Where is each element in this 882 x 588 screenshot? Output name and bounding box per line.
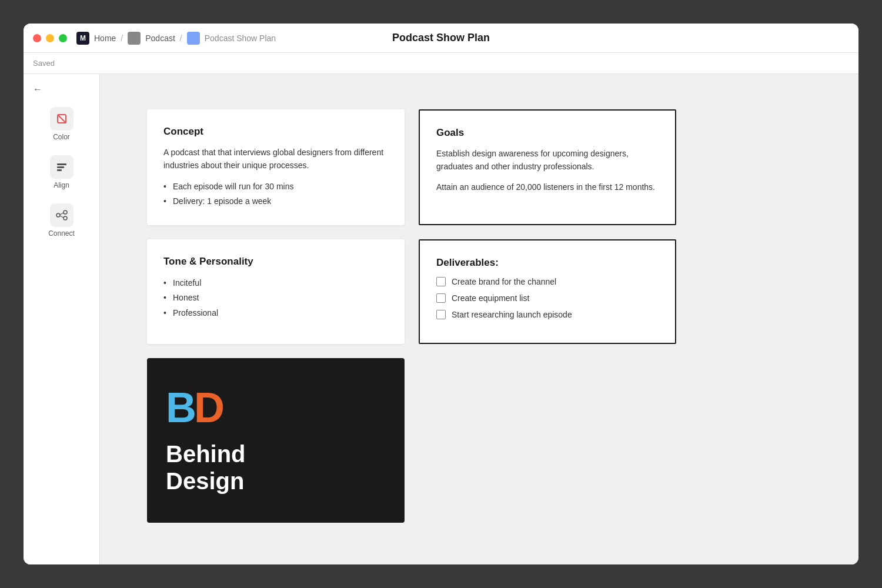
deliverables-card: Deliverables: Create brand for the chann… — [419, 239, 676, 344]
list-item: Professional — [163, 306, 388, 320]
minimize-button[interactable] — [46, 34, 54, 42]
svg-rect-3 — [57, 166, 64, 168]
breadcrumb-sep-2: / — [180, 34, 182, 43]
logo-icon-group: B D — [166, 386, 225, 429]
maximize-button[interactable] — [59, 34, 67, 42]
breadcrumb-sep-1: / — [121, 34, 123, 43]
logo-text: Behind Design — [166, 440, 246, 495]
deliverable-text-3: Start researching launch episode — [452, 310, 572, 319]
connect-label: Connect — [48, 229, 75, 238]
svg-line-1 — [58, 115, 66, 123]
concept-list: Each episode will run for 30 mins Delive… — [163, 179, 388, 209]
svg-point-7 — [64, 211, 67, 214]
deliverable-item-1: Create brand for the channel — [436, 277, 659, 286]
concept-title: Concept — [163, 126, 388, 138]
svg-point-6 — [56, 213, 60, 217]
svg-line-10 — [60, 216, 64, 218]
checkbox-1[interactable] — [436, 277, 446, 286]
sidebar-item-color[interactable]: Color — [24, 100, 99, 148]
align-icon — [50, 155, 74, 179]
sidebar-item-align[interactable]: Align — [24, 148, 99, 196]
close-button[interactable] — [33, 34, 41, 42]
saved-status: Saved — [33, 59, 55, 68]
sidebar: ← Color — [24, 74, 100, 564]
sidebar-item-connect[interactable]: Connect — [24, 196, 99, 245]
align-label: Align — [54, 181, 69, 189]
list-item: Honest — [163, 290, 388, 305]
main-layout: ← Color — [24, 74, 858, 564]
goals-point-2: Attain an audience of 20,000 listeners i… — [436, 181, 659, 193]
deliverables-title: Deliverables: — [436, 257, 659, 269]
tone-list: Inciteful Honest Professional — [163, 276, 388, 320]
deliverable-item-3: Start researching launch episode — [436, 310, 659, 319]
canvas: Concept A podcast that that interviews g… — [100, 74, 858, 564]
cards-grid: Concept A podcast that that interviews g… — [147, 109, 676, 523]
logo-line-2: Design — [166, 467, 246, 495]
concept-card: Concept A podcast that that interviews g… — [147, 109, 405, 225]
back-button[interactable]: ← — [24, 79, 99, 100]
list-item: Inciteful — [163, 276, 388, 290]
deliverable-item-2: Create equipment list — [436, 293, 659, 303]
logo-d-letter: D — [194, 386, 225, 429]
concept-description: A podcast that that interviews global de… — [163, 146, 388, 172]
traffic-lights — [33, 34, 67, 42]
breadcrumb-home[interactable]: Home — [94, 34, 116, 43]
page-title: Podcast Show Plan — [392, 32, 490, 44]
status-bar: Saved — [24, 53, 858, 74]
list-item: Each episode will run for 30 mins — [163, 179, 388, 194]
svg-rect-2 — [57, 163, 66, 165]
plan-icon — [187, 32, 200, 45]
tone-card: Tone & Personality Inciteful Honest Prof… — [147, 239, 405, 344]
tone-title: Tone & Personality — [163, 256, 388, 268]
color-icon — [50, 107, 74, 131]
title-bar: M Home / Podcast / Podcast Show Plan Pod… — [24, 24, 858, 53]
goals-title: Goals — [436, 127, 659, 139]
main-window: M Home / Podcast / Podcast Show Plan Pod… — [24, 24, 858, 564]
breadcrumb-podcast[interactable]: Podcast — [145, 34, 175, 43]
podcast-icon — [128, 32, 141, 45]
color-label: Color — [53, 133, 70, 141]
deliverable-text-1: Create brand for the channel — [452, 277, 556, 286]
checkbox-3[interactable] — [436, 310, 446, 319]
list-item: Delivery: 1 episode a week — [163, 194, 388, 209]
svg-point-8 — [64, 216, 67, 220]
logo-b-letter: B — [166, 386, 194, 429]
connect-icon — [50, 203, 74, 227]
svg-line-9 — [60, 213, 64, 215]
breadcrumb: M Home / Podcast / Podcast Show Plan — [76, 32, 276, 45]
checkbox-2[interactable] — [436, 293, 446, 303]
goals-point-1: Establish design awareness for upcoming … — [436, 147, 659, 173]
logo-card: B D Behind Design — [147, 358, 405, 523]
home-icon: M — [76, 32, 89, 45]
logo-line-1: Behind — [166, 440, 246, 467]
goals-card: Goals Establish design awareness for upc… — [419, 109, 676, 225]
breadcrumb-current: Podcast Show Plan — [205, 34, 276, 43]
deliverable-text-2: Create equipment list — [452, 293, 529, 303]
svg-rect-4 — [57, 169, 62, 171]
